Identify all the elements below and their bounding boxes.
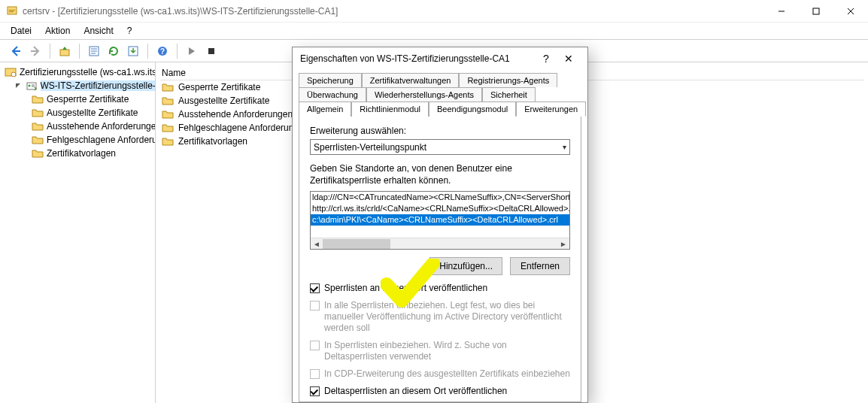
tab-panel: Erweiterung auswählen: Sperrlisten-Verte… xyxy=(299,116,581,402)
tree-root-label: Zertifizierungsstelle (ws-ca1.ws.its) xyxy=(20,67,155,77)
window-maximize-button[interactable] xyxy=(799,0,833,23)
tree-ca[interactable]: WS-ITS-Zertifizierungsstelle-CA1 xyxy=(3,79,155,92)
tree-node-templates[interactable]: Zertifikatvorlagen xyxy=(3,147,155,160)
tree-pane[interactable]: Zertifizierungsstelle (ws-ca1.ws.its) WS… xyxy=(0,62,156,403)
svg-rect-2 xyxy=(9,11,14,12)
app-icon xyxy=(6,5,18,17)
chk-publish-crl[interactable]: Sperrlisten an diesem Ort veröffentliche… xyxy=(310,283,570,294)
export-button[interactable] xyxy=(125,43,141,59)
menu-file[interactable]: Datei xyxy=(5,24,38,38)
folder-icon xyxy=(32,147,44,159)
folder-icon xyxy=(162,81,174,93)
tab-wiederh[interactable]: Wiederherstellungs-Agents xyxy=(366,87,482,102)
play-button[interactable] xyxy=(184,43,200,59)
dialog-titlebar: Eigenschaften von WS-ITS-Zertifizierungs… xyxy=(293,47,587,70)
window-minimize-button[interactable] xyxy=(764,0,799,23)
tree-node-pending[interactable]: Ausstehende Anforderungen xyxy=(3,120,155,133)
tree-node-revoked[interactable]: Gesperrte Zertifikate xyxy=(3,92,155,106)
up-button[interactable] xyxy=(56,43,73,59)
tab-regagents[interactable]: Registrierungs-Agents xyxy=(459,73,557,87)
properties-dialog: Eigenschaften von WS-ITS-Zertifizierungs… xyxy=(292,47,588,403)
checkbox-icon xyxy=(310,301,320,311)
stop-button[interactable] xyxy=(203,43,220,59)
tree-node-failed[interactable]: Fehlgeschlagene Anforderungen xyxy=(3,133,155,147)
location-item[interactable]: ldap:///CN=<CATruncatedName><CRLNameSuff… xyxy=(311,192,569,203)
folder-icon xyxy=(32,134,44,146)
folder-icon xyxy=(32,107,44,119)
help-button[interactable]: ? xyxy=(154,43,171,59)
svg-text:?: ? xyxy=(160,47,165,56)
window-close-button[interactable] xyxy=(833,0,868,23)
location-item[interactable]: http://crl.ws.its/crld/<CaName><CRLNameS… xyxy=(311,203,569,214)
chk-cdp-ext: In CDP-Erweiterung des ausgestellten Zer… xyxy=(310,368,570,380)
menu-help[interactable]: ? xyxy=(121,24,138,38)
tab-speicherung[interactable]: Speicherung xyxy=(299,73,362,87)
tree-node-issued[interactable]: Ausgestellte Zertifikate xyxy=(3,106,155,120)
menu-view[interactable]: Ansicht xyxy=(77,24,119,38)
extension-select[interactable]: Sperrlisten-Verteilungspunkt ▾ xyxy=(310,139,570,155)
titlebar: certsrv - [Zertifizierungsstelle (ws-ca1… xyxy=(0,0,868,23)
tab-zertverwalt[interactable]: Zertifikatverwaltungen xyxy=(362,73,460,87)
menu-action[interactable]: Aktion xyxy=(39,24,76,38)
expander-icon[interactable] xyxy=(15,82,23,90)
tab-strip: Speicherung Zertifikatverwaltungen Regis… xyxy=(293,70,587,116)
ca-icon xyxy=(26,80,38,92)
scroll-left-icon[interactable]: ◄ xyxy=(311,238,323,250)
extension-description: Geben Sie Standorte an, von denen Benutz… xyxy=(310,162,570,186)
svg-rect-9 xyxy=(60,50,69,56)
tree-root[interactable]: Zertifizierungsstelle (ws-ca1.ws.its) xyxy=(3,65,155,79)
scroll-thumb[interactable] xyxy=(323,239,390,249)
add-button[interactable]: Hinzufügen... xyxy=(429,257,502,275)
scroll-right-icon[interactable]: ► xyxy=(557,238,569,250)
extension-select-label: Erweiterung auswählen: xyxy=(310,126,570,136)
horizontal-scrollbar[interactable]: ◄ ► xyxy=(311,238,569,249)
tab-sicherheit[interactable]: Sicherheit xyxy=(482,87,536,102)
nav-forward-button[interactable] xyxy=(27,43,44,59)
svg-point-19 xyxy=(11,72,16,77)
dialog-title: Eigenschaften von WS-ITS-Zertifizierungs… xyxy=(300,53,510,64)
window-title: certsrv - [Zertifizierungsstelle (ws-ca1… xyxy=(23,6,338,17)
properties-button[interactable] xyxy=(86,43,102,59)
refresh-button[interactable] xyxy=(105,43,122,59)
dialog-help-button[interactable]: ? xyxy=(535,50,557,68)
tab-richtlinien[interactable]: Richtlinienmodul xyxy=(351,102,429,117)
chk-include-all: In alle Sperrlisten einbeziehen. Legt fe… xyxy=(310,300,570,334)
svg-rect-1 xyxy=(9,10,15,11)
folder-icon xyxy=(162,95,174,107)
nav-back-button[interactable] xyxy=(8,43,24,59)
tree-ca-label: WS-ITS-Zertifizierungsstelle-CA1 xyxy=(41,80,156,91)
extension-select-value: Sperrlisten-Verteilungspunkt xyxy=(314,142,563,153)
ca-root-icon xyxy=(5,66,17,78)
tab-erweiterungen[interactable]: Erweiterungen xyxy=(516,102,586,117)
checkbox-icon xyxy=(310,341,320,350)
chk-delta-publish[interactable]: Deltasperrlisten an diesem Ort veröffent… xyxy=(310,386,570,397)
tab-allgemein[interactable]: Allgemein xyxy=(299,102,351,117)
checkbox-icon[interactable] xyxy=(310,386,320,396)
folder-icon xyxy=(32,93,44,105)
menubar: Datei Aktion Ansicht ? xyxy=(0,23,868,39)
folder-icon xyxy=(162,122,174,134)
svg-rect-17 xyxy=(208,48,214,54)
folder-icon xyxy=(162,135,174,147)
remove-button[interactable]: Entfernen xyxy=(510,257,570,275)
folder-icon xyxy=(32,120,44,132)
checkbox-icon xyxy=(310,369,320,379)
checkbox-icon[interactable] xyxy=(310,283,320,293)
tab-beendigung[interactable]: Beendigungsmodul xyxy=(429,102,516,117)
svg-rect-4 xyxy=(813,8,819,14)
location-item-selected[interactable]: c:\admin\PKI\<CaName><CRLNameSuffix><Del… xyxy=(311,214,569,226)
locations-listbox[interactable]: ldap:///CN=<CATruncatedName><CRLNameSuff… xyxy=(310,191,570,250)
checkbox-list: Sperrlisten an diesem Ort veröffentliche… xyxy=(310,283,570,402)
svg-point-21 xyxy=(28,85,30,87)
chevron-down-icon: ▾ xyxy=(563,143,566,151)
folder-icon xyxy=(162,108,174,120)
tab-ueberwachung[interactable]: Überwachung xyxy=(299,87,366,102)
chk-include-crl: In Sperrlisten einbeziehen. Wird z. Such… xyxy=(310,340,570,362)
dialog-close-button[interactable]: ✕ xyxy=(557,50,580,68)
